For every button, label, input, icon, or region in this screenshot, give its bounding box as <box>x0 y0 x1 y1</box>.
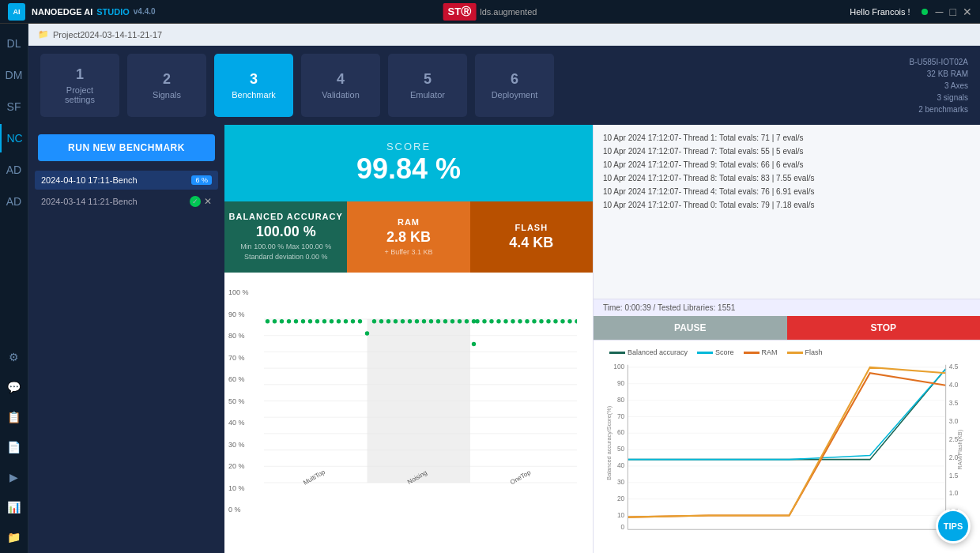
sidebar-settings[interactable]: ⚙ <box>0 343 28 371</box>
svg-point-52 <box>553 319 557 323</box>
step-6-deployment[interactable]: 6 Deployment <box>475 54 554 117</box>
sidebar-item-nc[interactable]: NC <box>0 124 28 152</box>
svg-point-32 <box>415 319 419 323</box>
sidebar-docs[interactable]: 📋 <box>0 403 28 431</box>
svg-point-25 <box>358 319 362 323</box>
svg-point-34 <box>429 319 433 323</box>
maximize-button[interactable]: □ <box>950 6 956 18</box>
svg-point-15 <box>287 319 291 323</box>
steps-bar: 1 Projectsettings 2 Signals 3 Benchmark … <box>28 46 980 125</box>
step-5-emulator[interactable]: 5 Emulator <box>388 54 467 117</box>
svg-text:90: 90 <box>617 379 625 387</box>
svg-text:20: 20 <box>617 495 625 502</box>
app-title: NANOEDGE AI STUDIO v4.4.0 <box>32 7 156 17</box>
svg-point-45 <box>503 319 507 323</box>
sidebar-item-ad1[interactable]: AD <box>0 156 28 184</box>
ram-sub: + Buffer 3.1 KB <box>384 247 432 258</box>
sidebar-folder[interactable]: 📁 <box>0 523 28 551</box>
ram-title: RAM <box>398 217 420 227</box>
sidebar-chat[interactable]: 💬 <box>0 373 28 401</box>
tips-button[interactable]: TIPS <box>936 509 971 544</box>
log-line-3: 10 Apr 2024 17:12:07- Thread 8: Total ev… <box>603 171 971 185</box>
svg-point-44 <box>496 319 500 323</box>
svg-point-49 <box>532 319 536 323</box>
legend-balanced-label: Balanced accuracy <box>628 348 688 356</box>
svg-point-12 <box>266 319 270 323</box>
step-info-ram: 32 KB RAM <box>910 68 968 80</box>
benchmark-item-1-controls: ✓ ✕ <box>190 196 212 207</box>
svg-point-57 <box>472 342 476 346</box>
right-chart-svg: 100 90 80 70 60 50 40 30 20 10 0 <box>601 360 972 534</box>
svg-point-54 <box>567 319 571 323</box>
benchmark-item-0-label: 2024-04-10 17:11-Bench <box>41 175 138 185</box>
benchmark-list: 2024-04-10 17:11-Bench 6 % 2024-03-14 11… <box>28 171 224 212</box>
chart-y-labels: 100 % 90 % 80 % 70 % 60 % 50 % 40 % 30 %… <box>228 288 249 514</box>
close-button[interactable]: ✕ <box>963 6 972 18</box>
svg-point-21 <box>330 319 334 323</box>
st-logo: STⓇ <box>443 3 477 21</box>
svg-point-43 <box>489 319 493 323</box>
right-chart: Balanced accuracy Score RAM Flash <box>594 340 980 553</box>
benchmark-status-icon: ✓ <box>190 196 201 207</box>
log-line-1: 10 Apr 2024 17:12:07- Thread 7: Total ev… <box>603 145 971 158</box>
legend-flash: Flash <box>787 348 823 356</box>
step-4-number: 4 <box>337 71 345 88</box>
step-1-number: 1 <box>76 66 84 83</box>
step-2-number: 2 <box>163 71 171 88</box>
online-indicator <box>922 9 928 15</box>
sidebar-report[interactable]: 📊 <box>0 493 28 521</box>
sidebar-bottom: ⚙ 💬 📋 📄 ▶ 📊 📁 <box>0 341 28 553</box>
legend-flash-label: Flash <box>805 348 823 356</box>
svg-point-50 <box>539 319 543 323</box>
benchmark-item-0-badge: 6 % <box>191 175 212 185</box>
sidebar: DL DM SF NC AD AD ⚙ 💬 📋 📄 ▶ 📊 📁 <box>0 24 28 553</box>
sidebar-terminal[interactable]: ▶ <box>0 463 28 491</box>
svg-point-17 <box>301 319 305 323</box>
benchmark-close-icon[interactable]: ✕ <box>204 196 212 207</box>
flash-value: 4.4 KB <box>509 235 553 251</box>
step-info-signals: 3 signals <box>910 92 968 103</box>
window-controls[interactable]: ─ □ ✕ <box>936 6 972 18</box>
balanced-accuracy-value: 100.00 % <box>256 224 316 240</box>
stop-button[interactable]: STOP <box>787 316 981 340</box>
log-time-libraries: Time: 0:00:39 / Tested Libraries: 1551 <box>603 303 735 312</box>
svg-point-55 <box>575 319 577 323</box>
svg-point-39 <box>465 319 469 323</box>
svg-text:RAM/Flash(KB): RAM/Flash(KB) <box>956 430 963 470</box>
minimize-button[interactable]: ─ <box>936 6 944 18</box>
svg-text:80: 80 <box>617 396 625 404</box>
svg-point-26 <box>372 319 376 323</box>
svg-point-18 <box>308 319 312 323</box>
step-1-project-settings[interactable]: 1 Projectsettings <box>40 54 119 117</box>
svg-point-38 <box>458 319 462 323</box>
svg-text:4.0: 4.0 <box>949 381 959 389</box>
svg-text:1.0: 1.0 <box>949 489 959 497</box>
pause-button[interactable]: PAUSE <box>594 316 787 340</box>
benchmark-item-1[interactable]: 2024-03-14 11:21-Bench ✓ ✕ <box>35 191 218 212</box>
svg-point-41 <box>475 319 479 323</box>
svg-text:10: 10 <box>617 511 625 519</box>
benchmark-item-0[interactable]: 2024-04-10 17:11-Bench 6 % <box>35 171 218 190</box>
center-panel: SCORE 99.84 % BALANCED ACCURACY 100.00 %… <box>224 125 593 553</box>
sidebar-item-sf[interactable]: SF <box>0 92 28 121</box>
log-line-2: 10 Apr 2024 17:12:07- Thread 9: Total ev… <box>603 158 971 171</box>
breadcrumb-icon: 📁 <box>38 29 49 40</box>
score-box: SCORE 99.84 % <box>224 125 593 201</box>
content-area: 📁 Project2024-03-14-11-21-17 1 Projectse… <box>28 24 980 553</box>
svg-point-28 <box>386 319 390 323</box>
sidebar-item-dm[interactable]: DM <box>0 61 28 89</box>
step-4-validation[interactable]: 4 Validation <box>301 54 380 117</box>
sidebar-item-dl[interactable]: DL <box>0 29 28 58</box>
sidebar-file[interactable]: 📄 <box>0 433 28 461</box>
step-2-signals[interactable]: 2 Signals <box>127 54 206 117</box>
svg-text:40: 40 <box>617 461 625 469</box>
step-4-label: Validation <box>322 90 360 100</box>
step-3-benchmark[interactable]: 3 Benchmark <box>214 54 293 117</box>
titlebar-right: Hello Francois ! ─ □ ✕ <box>850 6 972 18</box>
log-line-4: 10 Apr 2024 17:12:07- Thread 4: Total ev… <box>603 185 971 198</box>
step-3-number: 3 <box>250 71 258 88</box>
svg-text:60: 60 <box>617 428 625 436</box>
svg-point-19 <box>315 319 319 323</box>
sidebar-item-ad2[interactable]: AD <box>0 187 28 216</box>
run-benchmark-button[interactable]: RUN NEW BENCHMARK <box>38 134 215 161</box>
